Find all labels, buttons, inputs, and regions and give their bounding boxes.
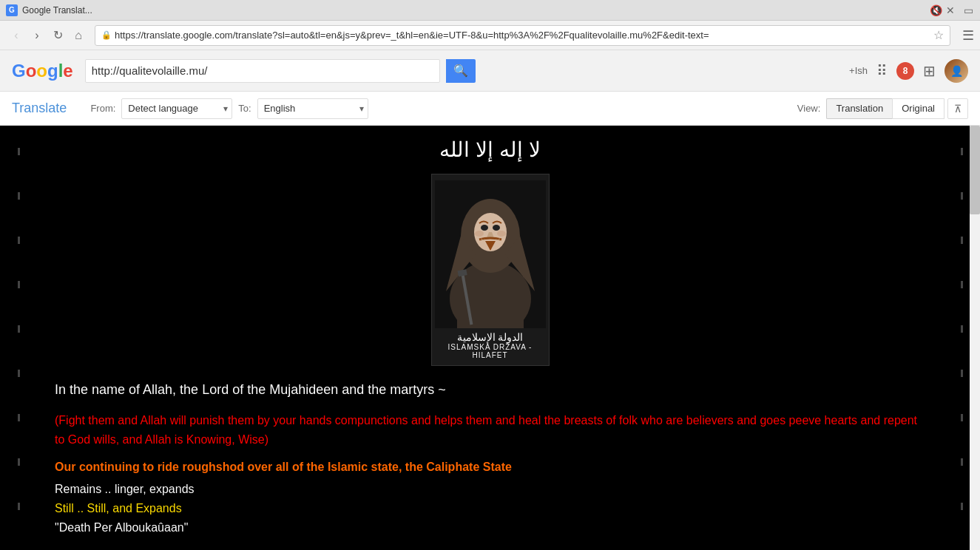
figure-svg (435, 180, 546, 328)
scrollbar[interactable] (970, 126, 980, 550)
center-image: الدولة الإسلامية ISLAMSKA DRŽAVA - HILAF… (55, 174, 925, 366)
translation-view-button[interactable]: Translation (826, 98, 892, 119)
gutter-mark (961, 503, 963, 510)
scrollbar-thumb[interactable] (970, 126, 980, 214)
arabic-header-text: لا إله إلا الله (55, 138, 925, 162)
to-language-wrapper[interactable]: English French Arabic Spanish (257, 98, 368, 119)
svg-point-8 (493, 225, 500, 231)
gutter-mark (18, 414, 20, 421)
gutter-mark (18, 458, 20, 466)
line3-text: "Death Per Alboukaûaan" (55, 521, 925, 534)
google-logo[interactable]: Google (12, 61, 73, 81)
left-gutter (0, 126, 37, 550)
gutter-mark (18, 325, 20, 333)
search-box[interactable] (85, 59, 440, 83)
apps-icon[interactable]: ⠿ (876, 62, 888, 80)
titlebar: G Google Translat... 🔇 ✕ ▭ (0, 0, 980, 21)
gutter-mark (961, 370, 963, 377)
subtitle-caption: ISLAMSKA DRŽAVA - HILAFET (438, 343, 543, 359)
tab-close-button[interactable]: ✕ (944, 4, 956, 16)
tab-audio-icon[interactable]: 🔇 (930, 4, 942, 16)
translate-logo[interactable]: Translate (12, 101, 67, 116)
gutter-mark (961, 281, 963, 288)
to-language-select[interactable]: English French Arabic Spanish (257, 98, 368, 119)
red-title-text: Our continuing to ride roughshod over al… (55, 461, 925, 474)
translated-content: لا إله إلا الله (37, 126, 943, 550)
from-language-select[interactable]: Detect language English French Arabic (121, 98, 232, 119)
security-icon: 🔒 (101, 30, 112, 40)
navbar: ‹ › ↻ ⌂ 🔒 ☆ ☰ (0, 21, 980, 50)
gutter-mark (18, 192, 20, 200)
line1-text: Remains .. linger, expands (55, 483, 925, 496)
from-label: From: (90, 103, 115, 114)
line2-text: Still .. Still, and Expands (55, 502, 925, 515)
reload-button[interactable]: ↻ (47, 25, 68, 46)
collapse-icon: ⊼ (954, 103, 962, 115)
address-input[interactable] (115, 30, 930, 41)
svg-point-11 (475, 231, 484, 237)
back-button[interactable]: ‹ (6, 25, 27, 46)
main-content: لا إله إلا الله (0, 126, 980, 550)
svg-point-7 (481, 225, 488, 231)
home-button[interactable]: ⌂ (68, 25, 89, 46)
right-gutter-marks (961, 133, 963, 510)
bookmark-icon[interactable]: ☆ (933, 28, 944, 42)
original-view-button[interactable]: Original (892, 98, 944, 119)
main-body-text: In the name of Allah, the Lord of the Mu… (55, 381, 925, 399)
gutter-mark (18, 281, 20, 288)
gutter-mark (961, 237, 963, 244)
google-searchbar: Google 🔍 +Ish ⠿ 8 ⊞ 👤 (0, 50, 980, 92)
ish-link[interactable]: +Ish (849, 65, 868, 76)
arabic-caption: الدولة الإسلامية (457, 331, 524, 343)
svg-point-12 (497, 231, 506, 237)
address-bar[interactable]: 🔒 ☆ (95, 25, 950, 46)
red-verse-text: (Fight them and Allah will punish them b… (55, 411, 925, 449)
gutter-mark (961, 192, 963, 200)
figure-box: الدولة الإسلامية ISLAMSKA DRŽAVA - HILAF… (431, 174, 550, 366)
to-label: To: (238, 103, 251, 114)
view-label: View: (797, 103, 821, 114)
gutter-mark (18, 370, 20, 377)
menu-icon[interactable]: ☰ (962, 27, 974, 44)
gutter-mark (961, 325, 963, 333)
notifications-badge[interactable]: 8 (896, 62, 914, 80)
header-right: +Ish ⠿ 8 ⊞ 👤 (849, 59, 968, 83)
left-gutter-marks (18, 133, 20, 510)
search-button[interactable]: 🔍 (446, 59, 476, 83)
forward-button[interactable]: › (27, 25, 47, 46)
collapse-button[interactable]: ⊼ (947, 98, 968, 119)
search-icon: 🔍 (453, 64, 468, 78)
notification-count: 8 (896, 62, 914, 80)
search-input[interactable] (92, 64, 433, 77)
tab-title: Google Translat... (22, 5, 927, 16)
tab-favicon: G (6, 4, 18, 16)
gutter-mark (961, 148, 963, 155)
gutter-mark (961, 414, 963, 421)
gutter-mark (18, 503, 20, 510)
add-account-icon[interactable]: ⊞ (923, 62, 936, 80)
from-language-wrapper[interactable]: Detect language English French Arabic (121, 98, 232, 119)
window-button[interactable]: ▭ (962, 4, 974, 16)
gutter-mark (18, 148, 20, 155)
avatar[interactable]: 👤 (944, 59, 968, 83)
gutter-mark (961, 458, 963, 466)
gutter-mark (18, 237, 20, 244)
translate-bar: Translate From: Detect language English … (0, 92, 980, 126)
